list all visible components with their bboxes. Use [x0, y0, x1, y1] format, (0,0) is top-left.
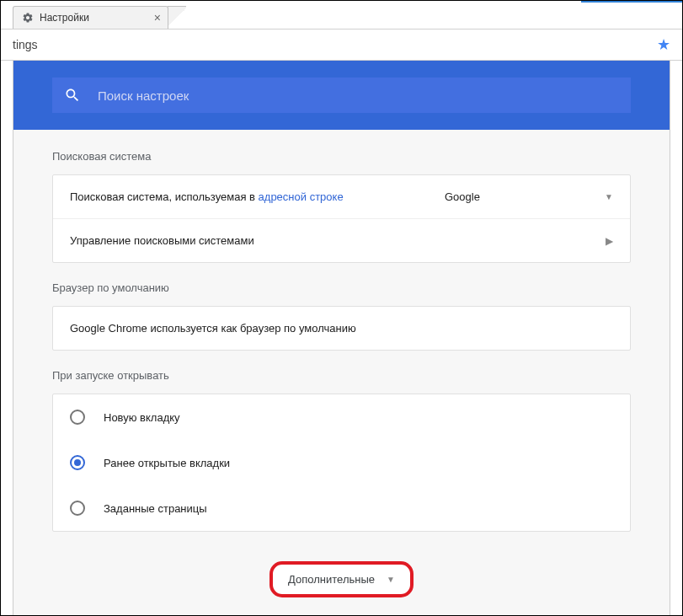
tab-bar: Настройки ×	[1, 1, 682, 29]
card-search-engine: Поисковая система, используемая в адресн…	[52, 174, 631, 263]
radio-label: Новую вкладку	[104, 411, 180, 424]
top-accent-stripe	[581, 1, 682, 3]
row-search-engine-used[interactable]: Поисковая система, используемая в адресн…	[53, 175, 630, 219]
search-icon	[64, 87, 81, 104]
default-browser-status: Google Chrome используется как браузер п…	[70, 322, 613, 335]
browser-tab[interactable]: Настройки ×	[13, 6, 168, 29]
advanced-button[interactable]: Дополнительные ▼	[270, 562, 413, 597]
radio-button[interactable]	[70, 455, 85, 470]
card-default-browser: Google Chrome используется как браузер п…	[52, 306, 631, 351]
search-input[interactable]	[98, 88, 619, 103]
search-header	[13, 61, 670, 130]
address-bar[interactable]: tings ★	[1, 29, 682, 61]
row-default-browser-status: Google Chrome используется как браузер п…	[53, 307, 630, 350]
close-icon[interactable]: ×	[154, 11, 161, 24]
chevron-down-icon: ▼	[605, 192, 613, 201]
chevron-right-icon: ▶	[606, 235, 613, 247]
selected-engine: Google	[445, 190, 480, 203]
bookmark-star-icon[interactable]: ★	[657, 35, 670, 54]
address-bar-link[interactable]: адресной строке	[259, 190, 344, 203]
radio-option-continue[interactable]: Ранее открытые вкладки	[53, 440, 630, 485]
section-title-default-browser: Браузер по умолчанию	[52, 281, 631, 294]
row-label: Управление поисковыми системами	[70, 234, 606, 247]
section-title-on-startup: При запуске открывать	[52, 369, 631, 382]
card-on-startup: Новую вкладку Ранее открытые вкладки Зад…	[52, 394, 631, 532]
radio-option-specific-pages[interactable]: Заданные страницы	[53, 485, 630, 531]
radio-label: Ранее открытые вкладки	[104, 457, 230, 469]
search-box[interactable]	[52, 78, 631, 113]
section-title-search-engine: Поисковая система	[52, 150, 631, 163]
tab-title: Настройки	[40, 12, 89, 24]
chevron-down-icon: ▼	[387, 575, 395, 584]
radio-button[interactable]	[70, 410, 85, 425]
advanced-label: Дополнительные	[288, 573, 375, 586]
tab-wedge	[168, 6, 186, 29]
radio-button[interactable]	[70, 501, 85, 516]
url-text: tings	[13, 38, 657, 51]
radio-label: Заданные страницы	[104, 502, 207, 515]
radio-option-new-tab[interactable]: Новую вкладку	[53, 394, 630, 440]
row-manage-search-engines[interactable]: Управление поисковыми системами ▶	[53, 219, 630, 262]
search-engine-select[interactable]: Google ▼	[445, 190, 613, 203]
row-label: Поисковая система, используемая в адресн…	[70, 190, 445, 203]
gear-icon	[22, 12, 34, 24]
